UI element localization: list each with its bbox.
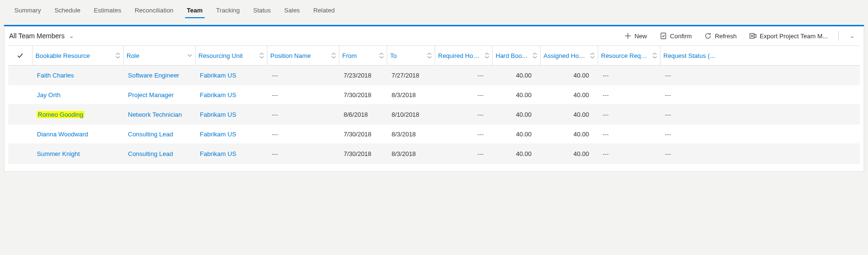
cell-hard-booked: 40.00 (492, 66, 540, 85)
tab-summary[interactable]: Summary (8, 0, 48, 21)
chevron-down-icon: ⌄ (849, 33, 855, 38)
cell-unit[interactable]: Fabrikam US (195, 105, 267, 124)
cell-assigned: 40.00 (540, 124, 598, 144)
column-header[interactable]: To (387, 46, 435, 65)
sort-icon (116, 53, 120, 58)
tab-related[interactable]: Related (307, 0, 342, 21)
tab-sales[interactable]: Sales (278, 0, 307, 21)
table-row[interactable]: Dianna WoodwardConsulting LeadFabrikam U… (8, 124, 860, 144)
excel-export-icon (749, 32, 757, 40)
sort-icon (532, 53, 537, 58)
column-label: Bookable Resource (35, 52, 90, 59)
tab-estimates[interactable]: Estimates (87, 0, 128, 21)
cell-role[interactable]: Project Manager (123, 85, 195, 104)
cell-resource[interactable]: Dianna Woodward (32, 124, 123, 144)
cell-request-status: --- (660, 105, 727, 124)
cell-position: --- (267, 124, 339, 144)
row-selector[interactable] (8, 85, 32, 104)
column-header[interactable]: Hard Boo... (492, 46, 540, 65)
cell-assigned: 40.00 (540, 105, 598, 124)
column-header[interactable]: From (339, 46, 387, 65)
team-members-grid: Bookable ResourceRoleResourcing UnitPosi… (8, 45, 860, 164)
column-header[interactable]: Request Status (... (660, 46, 727, 65)
tab-tracking[interactable]: Tracking (209, 0, 246, 21)
cell-role[interactable]: Network Technician (123, 105, 195, 124)
grid-header-row: Bookable ResourceRoleResourcing UnitPosi… (8, 45, 860, 66)
table-row[interactable]: Faith CharlesSoftware EngineerFabrikam U… (8, 66, 860, 85)
grid-toolbar: All Team Members ⌄ New Confirm Refres (4, 26, 864, 45)
svg-rect-6 (754, 34, 756, 37)
new-button[interactable]: New (620, 30, 651, 42)
column-label: Hard Boo... (496, 52, 527, 59)
table-row[interactable]: Summer KnightConsulting LeadFabrikam US-… (8, 144, 860, 164)
cell-resource-requirement: --- (598, 124, 660, 144)
cell-hard-booked: 40.00 (492, 85, 540, 104)
cell-unit[interactable]: Fabrikam US (195, 144, 267, 163)
cell-from: 7/23/2018 (339, 66, 387, 85)
cell-from: 7/30/2018 (339, 85, 387, 104)
cell-from: 8/6/2018 (339, 105, 387, 124)
row-selector[interactable] (8, 124, 32, 144)
cell-required: --- (435, 124, 492, 144)
cell-hard-booked: 40.00 (492, 105, 540, 124)
row-selector[interactable] (8, 66, 32, 85)
cell-role[interactable]: Software Engineer (123, 66, 195, 85)
export-button[interactable]: Export Project Team M... (745, 30, 832, 42)
toolbar-separator (838, 31, 839, 41)
sort-icon (187, 53, 192, 58)
cell-request-status: --- (660, 124, 727, 144)
tab-schedule[interactable]: Schedule (48, 0, 87, 21)
view-title-text: All Team Members (9, 32, 65, 40)
cell-resource[interactable]: Romeo Gooding (32, 105, 123, 124)
column-header[interactable]: Resourcing Unit (195, 46, 267, 65)
entity-tabs: SummaryScheduleEstimatesReconciliationTe… (0, 0, 868, 21)
column-header[interactable]: Role (123, 46, 195, 65)
confirm-button[interactable]: Confirm (656, 30, 696, 42)
new-label: New (635, 33, 647, 40)
cell-role[interactable]: Consulting Lead (123, 124, 195, 144)
chevron-down-icon: ⌄ (69, 33, 74, 38)
refresh-button[interactable]: Refresh (700, 30, 741, 42)
cell-role[interactable]: Consulting Lead (123, 144, 195, 163)
cell-request-status: --- (660, 85, 727, 104)
sort-icon (652, 53, 657, 58)
cell-unit[interactable]: Fabrikam US (195, 66, 267, 85)
refresh-label: Refresh (715, 33, 737, 40)
cell-resource-requirement: --- (598, 144, 660, 163)
column-label: Resourcing Unit (198, 52, 243, 59)
sort-icon (259, 53, 264, 58)
cell-to: 8/3/2018 (387, 144, 435, 163)
table-row[interactable]: Jay OrthProject ManagerFabrikam US---7/3… (8, 85, 860, 105)
table-row[interactable]: Romeo GoodingNetwork TechnicianFabrikam … (8, 105, 860, 124)
row-selector[interactable] (8, 144, 32, 163)
column-header[interactable]: Bookable Resource (32, 46, 123, 65)
column-header[interactable]: Resource Require... (598, 46, 660, 65)
plus-icon (624, 32, 632, 40)
cell-resource[interactable]: Jay Orth (32, 85, 123, 104)
tab-team[interactable]: Team (180, 0, 209, 21)
cell-unit[interactable]: Fabrikam US (195, 124, 267, 144)
cell-required: --- (435, 85, 492, 104)
row-selector[interactable] (8, 105, 32, 124)
cell-assigned: 40.00 (540, 66, 598, 85)
cell-assigned: 40.00 (540, 144, 598, 163)
confirm-label: Confirm (670, 33, 692, 40)
cell-resource[interactable]: Faith Charles (32, 66, 123, 85)
cell-unit[interactable]: Fabrikam US (195, 85, 267, 104)
command-bar: New Confirm Refresh Export Project Team … (620, 30, 859, 42)
cell-from: 7/30/2018 (339, 124, 387, 144)
tab-status[interactable]: Status (246, 0, 278, 21)
cell-position: --- (267, 85, 339, 104)
column-header[interactable]: Required Hours (435, 46, 492, 65)
column-header[interactable]: Position Name (267, 46, 339, 65)
clipboard-check-icon (660, 32, 667, 40)
svg-rect-2 (661, 33, 666, 39)
column-label: Position Name (270, 52, 311, 59)
tab-reconciliation[interactable]: Reconciliation (128, 0, 180, 21)
column-header[interactable]: Assigned Hours (540, 46, 598, 65)
view-selector[interactable]: All Team Members ⌄ (9, 32, 74, 40)
cell-resource[interactable]: Summer Knight (32, 144, 123, 163)
more-commands-button[interactable]: ⌄ (845, 30, 859, 42)
select-all-column[interactable] (8, 46, 32, 65)
cell-resource-requirement: --- (598, 85, 660, 104)
